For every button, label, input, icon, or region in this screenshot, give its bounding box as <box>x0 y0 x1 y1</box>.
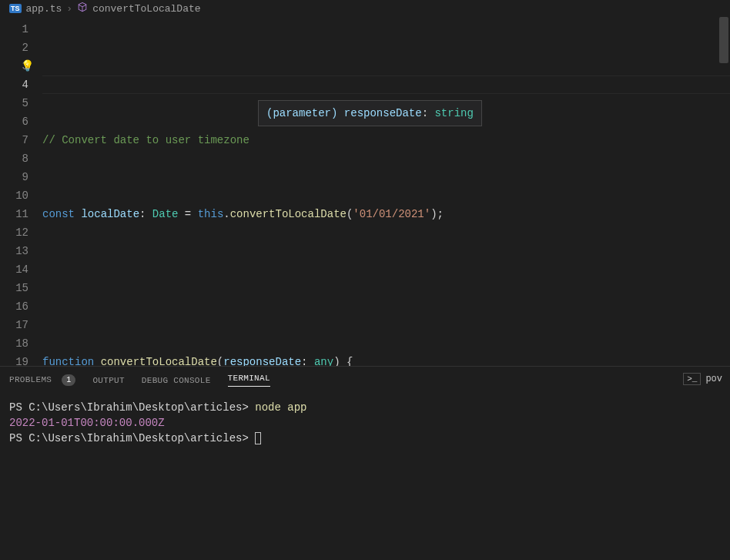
code-token: = <box>178 208 197 220</box>
code-token: Date <box>152 208 179 220</box>
tab-problems[interactable]: PROBLEMS 1 <box>9 374 75 386</box>
code-token: convertToLocalDate <box>101 356 217 366</box>
hover-prefix: (parameter) <box>266 107 344 119</box>
tab-output[interactable]: OUTPUT <box>92 376 124 385</box>
hover-name: responseDate <box>344 107 422 119</box>
breadcrumb-symbol[interactable]: convertToLocalDate <box>92 3 200 15</box>
terminal-prompt: PS <box>9 401 28 414</box>
code-token: responseDate <box>223 356 301 366</box>
breadcrumb-file[interactable]: app.ts <box>26 3 62 15</box>
bottom-panel: PROBLEMS 1 OUTPUT DEBUG CONSOLE TERMINAL… <box>0 366 730 560</box>
panel-tabs: PROBLEMS 1 OUTPUT DEBUG CONSOLE TERMINAL… <box>0 367 730 394</box>
hover-type: string <box>434 107 473 119</box>
code-area[interactable]: 💡 // Convert date to user timezone const… <box>42 17 730 366</box>
code-editor[interactable]: 123 456 789 101112 131415 161718 19 💡 //… <box>0 17 730 366</box>
terminal-profile-icon[interactable]: >_ <box>683 373 701 385</box>
code-token: : <box>139 208 152 220</box>
code-token: const <box>42 208 81 220</box>
terminal-cursor <box>255 432 261 444</box>
lightbulb-icon[interactable]: 💡 <box>21 57 34 75</box>
method-icon <box>77 2 88 15</box>
breadcrumb: TS app.ts › convertToLocalDate <box>0 0 730 17</box>
editor-scrollbar-thumb[interactable] <box>719 17 728 63</box>
code-token: function <box>42 356 101 366</box>
problems-count-badge: 1 <box>62 374 75 386</box>
hover-tooltip: (parameter) responseDate: string <box>258 100 482 126</box>
terminal-path: C:\Users\Ibrahim\Desktop\articles> <box>28 432 255 444</box>
tab-debug-console[interactable]: DEBUG CONSOLE <box>142 376 211 385</box>
terminal-output[interactable]: PS C:\Users\Ibrahim\Desktop\articles> no… <box>0 394 730 560</box>
hover-sep: : <box>422 107 435 119</box>
code-token: any <box>314 356 333 366</box>
current-line-highlight <box>42 75 730 94</box>
panel-actions: >_ pov <box>683 373 722 385</box>
code-token: localDate <box>81 208 139 220</box>
code-token: ( <box>217 356 223 366</box>
code-token: : <box>301 356 314 366</box>
terminal-prompt: PS <box>9 432 28 444</box>
terminal-command: node app <box>255 401 306 414</box>
code-token: // Convert date to user timezone <box>42 134 249 146</box>
code-token: this <box>198 208 224 220</box>
code-token: ); <box>430 208 444 220</box>
terminal-profile-label[interactable]: pov <box>705 374 722 384</box>
code-token: . <box>223 208 229 220</box>
breadcrumb-separator: › <box>66 3 72 15</box>
terminal-path: C:\Users\Ibrahim\Desktop\articles> <box>28 401 255 414</box>
code-token: ) { <box>333 356 353 366</box>
typescript-file-icon: TS <box>9 4 22 13</box>
code-token: '01/01/2021' <box>353 208 430 220</box>
code-token: convertToLocalDate <box>230 208 347 220</box>
terminal-output-line: 2022-01-01T00:00:00.000Z <box>9 417 165 429</box>
tab-problems-label: PROBLEMS <box>9 375 52 384</box>
tab-terminal[interactable]: TERMINAL <box>228 374 270 387</box>
